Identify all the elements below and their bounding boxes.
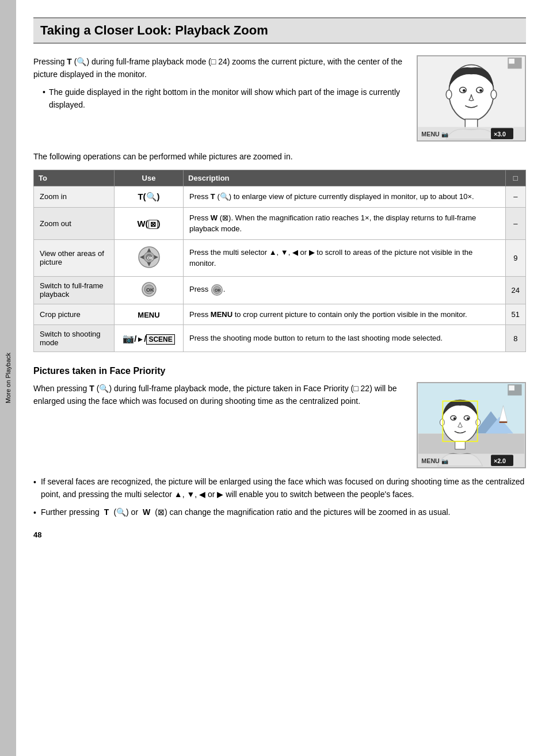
table-cell-use: MENU [115,304,184,325]
face-priority-section: Pictures taken in Face Priority When pre… [33,366,526,519]
side-tab: More on Playback [0,0,16,756]
table-cell-ref: 51 [505,304,525,325]
svg-point-4 [463,89,466,92]
table-cell-ref: 8 [505,325,525,352]
page-number: 48 [33,530,526,539]
operations-intro: The following operations can be performe… [33,151,526,163]
svg-point-5 [479,89,482,92]
table-cell-desc: Press the multi selector ▲, ▼, ◀ or ▶ to… [184,239,506,276]
table-header-ref: □ [505,170,525,186]
table-row: Switch to full-frame playback OK Press O… [34,276,526,304]
table-row: View other areas of picture [34,239,526,276]
ok-button-icon: OK [141,281,157,297]
table-cell-to: View other areas of picture [34,239,115,276]
table-cell-use: OK [115,239,184,276]
svg-point-8 [491,90,497,99]
page-wrapper: More on Playback Taking a Closer Look: P… [0,0,549,756]
intro-bullet: The guide displayed in the right bottom … [33,86,405,112]
intro-section: Pressing T (🔍) during full-frame playbac… [33,55,526,142]
scene-button-label: SCENE [146,334,174,345]
svg-text:📷: 📷 [441,457,449,465]
page-title: Taking a Closer Look: Playback Zoom [40,23,519,38]
face-text: When pressing T (🔍) during full-frame pl… [33,382,405,468]
svg-rect-42 [455,441,466,449]
table-cell-desc: Press W (⊠). When the magnification rati… [184,207,506,239]
table-cell-desc: Press T (🔍) to enlarge view of picture c… [184,186,506,208]
multi-selector-icon: OK [136,245,162,270]
table-row: Switch to shooting mode 📷/►/SCENE Press … [34,325,526,352]
svg-text:OK: OK [215,288,221,292]
table-cell-ref: – [505,186,525,208]
intro-bullet-item: The guide displayed in the right bottom … [43,86,405,112]
svg-point-7 [446,90,452,99]
camera-preview-1: MENU 📷 ×3.0 [417,55,526,142]
face-bullet-item-1: If several faces are recognized, the pic… [33,475,526,501]
svg-text:MENU: MENU [421,457,440,464]
table-cell-desc: Press OK. [184,276,506,304]
table-header-desc: Description [184,170,506,186]
face-priority-title: Pictures taken in Face Priority [33,366,526,376]
svg-rect-15 [509,59,514,64]
svg-point-40 [453,417,456,419]
svg-text:MENU: MENU [421,131,440,138]
table-row: Zoom out W(⊠) Press W (⊠). When the magn… [34,207,526,239]
svg-text:×2.0: ×2.0 [494,457,506,464]
operations-table: To Use Description □ Zoom in T(🔍) Pre [33,170,526,352]
table-cell-use: OK [115,276,184,304]
face-bullet-item-2: Further pressing T (🔍) or W (⊠) can chan… [33,506,526,519]
table-cell-ref: – [505,207,525,239]
svg-rect-52 [509,385,514,391]
intro-paragraph: Pressing T (🔍) during full-frame playbac… [33,55,405,81]
svg-text:📷: 📷 [441,131,449,138]
table-cell-desc: Press MENU to crop current picture to co… [184,304,506,325]
face-intro: When pressing T (🔍) during full-frame pl… [33,382,526,468]
svg-text:OK: OK [147,256,153,260]
table-cell-desc: Press the shooting mode button to return… [184,325,506,352]
table-cell-use: T(🔍) [115,186,184,208]
svg-text:OK: OK [146,287,154,293]
table-cell-ref: 9 [505,239,525,276]
svg-point-44 [476,419,481,426]
intro-text: Pressing T (🔍) during full-frame playbac… [33,55,405,142]
table-row: Zoom in T(🔍) Press T (🔍) to enlarge view… [34,186,526,208]
table-cell-to: Zoom out [34,207,115,239]
page-header: Taking a Closer Look: Playback Zoom [33,17,526,44]
table-cell-to: Switch to full-frame playback [34,276,115,304]
svg-text:×3.0: ×3.0 [494,131,506,138]
table-cell-to: Crop picture [34,304,115,325]
table-header-to: To [34,170,115,186]
table-row: Crop picture MENU Press MENU to crop cur… [34,304,526,325]
table-cell-use: 📷/►/SCENE [115,325,184,352]
table-cell-to: Zoom in [34,186,115,208]
face-preview: MENU 📷 ×2.0 [417,382,526,468]
face-bullet-list: If several faces are recognized, the pic… [33,475,526,519]
table-cell-to: Switch to shooting mode [34,325,115,352]
svg-rect-34 [500,421,508,423]
menu-key: MENU [138,311,159,319]
svg-point-41 [467,417,469,419]
table-cell-use: W(⊠) [115,207,184,239]
ok-inline-icon: OK [211,284,223,296]
face-paragraph: When pressing T (🔍) during full-frame pl… [33,382,405,408]
main-content: Taking a Closer Look: Playback Zoom Pres… [16,0,549,756]
table-cell-ref: 24 [505,276,525,304]
table-header-use: Use [115,170,184,186]
